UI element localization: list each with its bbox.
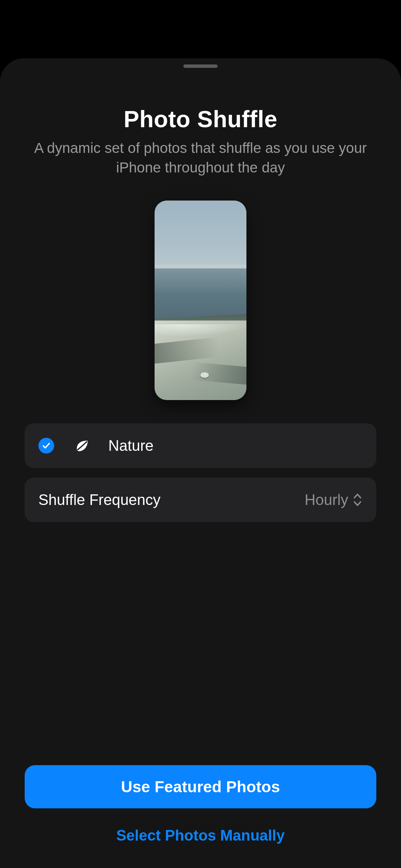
leaf-icon [73, 437, 91, 455]
preview-container [25, 201, 376, 400]
wallpaper-preview[interactable] [155, 201, 246, 400]
category-row-nature[interactable]: Nature [25, 423, 376, 468]
checkmark-icon [38, 438, 54, 454]
page-subtitle: A dynamic set of photos that shuffle as … [25, 138, 376, 177]
select-photos-manually-button[interactable]: Select Photos Manually [25, 823, 376, 848]
shuffle-frequency-row[interactable]: Shuffle Frequency Hourly [25, 478, 376, 522]
modal-sheet: Photo Shuffle A dynamic set of photos th… [0, 58, 401, 868]
bottom-actions: Use Featured Photos Select Photos Manual… [25, 765, 376, 848]
use-featured-photos-button[interactable]: Use Featured Photos [25, 765, 376, 808]
category-label: Nature [108, 437, 154, 454]
options-list: Nature Shuffle Frequency Hourly [25, 423, 376, 522]
page-title: Photo Shuffle [25, 106, 376, 132]
chevron-up-down-icon [352, 493, 363, 507]
sheet-grabber[interactable] [183, 64, 218, 68]
shuffle-frequency-label: Shuffle Frequency [38, 491, 160, 508]
shuffle-frequency-value: Hourly [305, 491, 348, 508]
